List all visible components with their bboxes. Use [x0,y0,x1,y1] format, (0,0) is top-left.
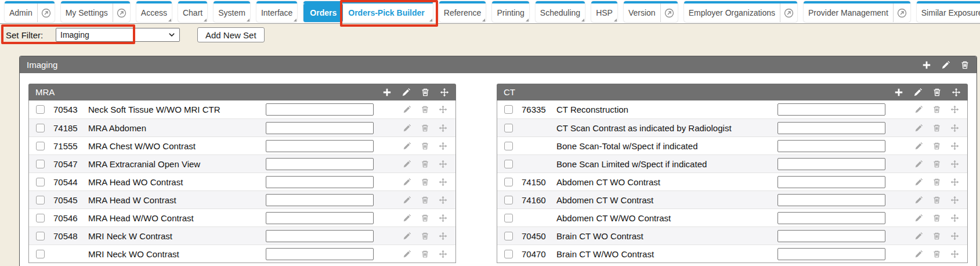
move-icon[interactable] [950,196,959,204]
move-icon[interactable] [439,250,447,258]
edit-icon[interactable] [914,250,923,258]
edit-icon[interactable] [914,124,923,132]
row-text-input[interactable] [778,248,885,260]
move-icon[interactable] [439,196,447,204]
tab-orders-active-segment[interactable]: Orders [303,3,343,22]
delete-icon[interactable] [421,250,429,258]
edit-icon[interactable] [402,88,411,97]
add-icon[interactable] [922,60,931,70]
edit-icon[interactable] [913,88,923,97]
row-text-input[interactable] [266,140,374,152]
delete-icon[interactable] [932,250,941,258]
row-checkbox[interactable] [504,178,513,186]
delete-icon[interactable] [421,88,430,97]
tab-system[interactable]: System [214,1,250,22]
external-link-icon[interactable] [113,3,130,22]
row-checkbox[interactable] [36,196,45,204]
delete-icon[interactable] [421,196,429,204]
external-link-icon[interactable] [780,3,797,22]
tab-chart[interactable]: Chart [178,1,207,22]
add-new-set-button[interactable]: Add New Set [197,27,265,42]
move-icon[interactable] [439,178,447,186]
row-checkbox[interactable] [504,160,513,168]
edit-icon[interactable] [914,142,923,150]
edit-icon[interactable] [403,250,411,258]
edit-icon[interactable] [914,214,923,222]
edit-icon[interactable] [914,105,923,114]
row-text-input[interactable] [266,176,374,188]
tab-access[interactable]: Access [136,1,172,22]
delete-icon[interactable] [421,214,429,222]
edit-icon[interactable] [403,160,411,168]
delete-icon[interactable] [932,178,941,186]
row-checkbox[interactable] [36,178,45,186]
move-icon[interactable] [950,124,959,132]
edit-icon[interactable] [914,196,923,204]
edit-icon[interactable] [403,232,411,240]
row-text-input[interactable] [266,103,374,116]
delete-icon[interactable] [932,232,941,240]
move-icon[interactable] [952,88,961,97]
external-link-icon[interactable] [37,3,55,22]
row-text-input[interactable] [778,176,885,188]
edit-icon[interactable] [914,178,923,186]
delete-icon[interactable] [932,124,941,132]
tab-similar-exposure-groups-segs[interactable]: Similar Exposure Groups (SEGs) [917,1,980,22]
move-icon[interactable] [950,178,959,186]
tab-orders-pick-builder[interactable]: Orders-Pick Builder [343,3,433,22]
delete-icon[interactable] [421,160,429,168]
external-link-icon[interactable] [893,3,910,22]
move-icon[interactable] [439,214,447,222]
move-icon[interactable] [439,160,447,168]
tab-version[interactable]: Version [624,1,678,22]
tab-orders[interactable]: OrdersOrders-Pick Builder [303,1,432,22]
add-icon[interactable] [894,88,903,97]
move-icon[interactable] [950,142,959,150]
edit-icon[interactable] [403,124,411,132]
row-checkbox[interactable] [36,142,45,150]
delete-icon[interactable] [421,142,429,150]
delete-icon[interactable] [421,178,429,186]
row-checkbox[interactable] [504,232,513,240]
move-icon[interactable] [950,250,959,258]
move-icon[interactable] [950,214,959,222]
row-checkbox[interactable] [504,250,513,258]
row-text-input[interactable] [266,122,374,134]
delete-icon[interactable] [932,160,941,168]
row-text-input[interactable] [266,194,374,206]
row-checkbox[interactable] [36,160,45,168]
row-text-input[interactable] [266,158,374,170]
tab-scheduling[interactable]: Scheduling [536,1,585,22]
edit-icon[interactable] [403,105,411,114]
row-text-input[interactable] [266,230,374,242]
row-text-input[interactable] [778,230,885,242]
row-text-input[interactable] [778,140,885,152]
edit-icon[interactable] [403,142,411,150]
tab-hsp[interactable]: HSP [591,1,617,22]
tab-employer-organizations[interactable]: Employer Organizations [684,1,797,22]
row-text-input[interactable] [778,158,885,170]
row-checkbox[interactable] [36,105,45,114]
delete-icon[interactable] [932,88,942,97]
row-checkbox[interactable] [36,232,45,240]
delete-icon[interactable] [421,124,429,132]
external-link-icon[interactable] [660,3,678,22]
row-text-input[interactable] [266,248,374,260]
add-icon[interactable] [382,88,392,97]
tab-my-settings[interactable]: My Settings [61,1,130,22]
edit-icon[interactable] [941,60,950,70]
move-icon[interactable] [950,160,959,168]
tab-provider-management[interactable]: Provider Management [804,1,910,22]
move-icon[interactable] [439,124,447,132]
delete-icon[interactable] [932,105,941,114]
delete-icon[interactable] [421,232,429,240]
row-checkbox[interactable] [504,196,513,204]
delete-icon[interactable] [932,142,941,150]
row-text-input[interactable] [266,212,374,224]
tab-interface[interactable]: Interface [256,1,297,22]
row-checkbox[interactable] [36,250,45,258]
delete-icon[interactable] [960,60,970,70]
row-checkbox[interactable] [36,214,45,222]
edit-icon[interactable] [403,214,411,222]
move-icon[interactable] [439,142,447,150]
